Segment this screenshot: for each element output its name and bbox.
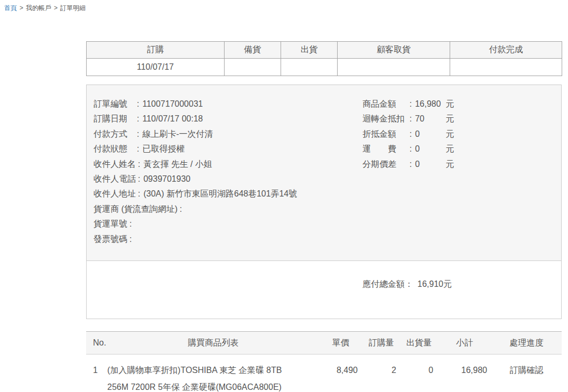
order-date-value: 110/07/17 00:18 [142,114,202,123]
order-info-panel: 訂單編號:1100717000031 訂購日期:110/07/17 00:18 … [86,85,562,319]
product-ship-qty: 0 [401,354,437,392]
recipient-name-value: 黃玄揮 先生 / 小姐 [143,160,212,169]
colon: : [409,160,412,169]
colon: : [137,129,139,138]
breadcrumb: 首頁>我的帳戶>訂單明細 [4,4,86,13]
product-name-text: (加入購物車享折扣)TOSHIBA 東芝 企業碟 8TB 256M 7200R … [107,362,300,392]
product-row: 1 (加入購物車享折扣)TOSHIBA 東芝 企業碟 8TB 256M 7200… [86,354,562,392]
status-header-customer-pickup: 顧客取貨 [338,42,450,59]
goods-amount-row: 商品金額:16,980元 [362,97,454,111]
order-number-row: 訂單編號:1100717000031 [94,97,561,111]
colon: : [137,114,139,123]
invoice-number-label: 發票號碼 [94,232,127,247]
payment-method-value: 線上刷卡-一次付清 [142,129,212,138]
status-ordered-date: 110/07/17 [87,59,225,76]
rebate-deduction-label: 迴轉金抵扣 [362,111,407,126]
discount-amount-row: 折抵金額:0元 [362,127,454,142]
order-date-row: 訂購日期:110/07/17 00:18 [94,111,561,126]
shipping-fee-row: 運 費:0元 [362,142,454,156]
currency-unit: 元 [445,99,454,108]
order-date-label: 訂購日期 [94,111,135,126]
status-customer-pickup-cell [338,59,450,76]
status-value-row: 110/07/17 [87,59,562,76]
product-table: No. 購買商品列表 單價 訂購量 出貨量 小計 處理進度 1 (加入購物車享折… [86,331,562,392]
breadcrumb-item-order-detail: 訂單明細 [60,4,86,12]
product-status: 訂購確認 [491,354,562,392]
breadcrumb-item-my-account: 我的帳戶 [26,4,51,12]
payment-method-row: 付款方式:線上刷卡-一次付清 [94,127,561,142]
colon: : [137,99,139,108]
status-header-shipped: 出貨 [281,42,338,59]
product-header-status: 處理進度 [491,332,562,354]
goods-amount-value: 16,980 [415,97,445,111]
installment-difference-row: 分期價差:0元 [362,157,454,172]
breadcrumb-separator: > [20,4,23,12]
colon: : [180,204,182,213]
installment-difference-label: 分期價差 [362,157,407,172]
carrier-label: 貨運商 (貨流查詢網址) [94,202,178,217]
colon: : [138,160,140,169]
status-header-ordered: 訂購 [87,42,225,59]
colon: : [409,114,412,123]
colon: : [138,189,140,198]
shipping-fee-label: 運 費 [362,142,407,156]
total-due-colon: ： [405,279,413,288]
product-header-row: No. 購買商品列表 單價 訂購量 出貨量 小計 處理進度 [86,332,562,354]
total-due-label: 應付總金額 [362,279,405,288]
invoice-number-row: 發票號碼: [94,232,561,247]
status-header-preparing: 備貨 [225,42,281,59]
order-number-label: 訂單編號 [94,97,135,111]
order-number-value: 1100717000031 [142,99,203,108]
rebate-deduction-row: 迴轉金抵扣:70元 [362,111,454,126]
product-header-unit-price: 單價 [319,332,362,354]
status-header-payment-complete: 付款完成 [450,42,562,59]
tracking-number-row: 貨運單號: [94,217,561,231]
order-info-right-column: 商品金額:16,980元 迴轉金抵扣:70元 折抵金額:0元 運 費:0元 分期… [362,97,454,172]
installment-difference-value: 0 [415,157,445,172]
goods-amount-label: 商品金額 [362,97,407,111]
recipient-address-value: (30A) 新竹市東區明湖路648巷101弄14號 [143,189,297,198]
colon: : [137,144,139,153]
tracking-number-label: 貨運單號 [94,217,127,231]
product-name: (加入購物車享折扣)TOSHIBA 東芝 企業碟 8TB 256M 7200R … [107,354,319,392]
colon: : [129,235,132,244]
recipient-name-label: 收件人姓名 [94,157,136,172]
product-unit-price: 8,490 [319,354,362,392]
currency-unit: 元 [445,129,454,138]
colon: : [138,174,140,183]
recipient-name-row: 收件人姓名:黃玄揮 先生 / 小姐 [94,157,561,172]
product-header-name: 購買商品列表 [107,332,319,354]
total-due-section: 應付總金額：16,910元 [87,261,561,319]
breadcrumb-home-link[interactable]: 首頁 [4,4,17,12]
recipient-address-row: 收件人地址:(30A) 新竹市東區明湖路648巷101弄14號 [94,186,561,201]
product-subtotal: 16,980 [437,354,491,392]
status-payment-complete-cell [450,59,562,76]
recipient-phone-value: 0939701930 [143,174,190,183]
total-due-value: 16,910元 [417,279,452,288]
order-info-left-column: 訂單編號:1100717000031 訂購日期:110/07/17 00:18 … [94,97,561,247]
order-info-main: 訂單編號:1100717000031 訂購日期:110/07/17 00:18 … [87,85,561,261]
shipping-fee-value: 0 [415,142,445,156]
product-header-ship-qty: 出貨量 [401,332,437,354]
colon: : [409,99,412,108]
rebate-deduction-value: 70 [415,111,445,126]
currency-unit: 元 [445,160,454,169]
currency-unit: 元 [445,144,454,153]
status-header-row: 訂購 備貨 出貨 顧客取貨 付款完成 [87,42,562,59]
payment-status-label: 付款狀態 [94,142,135,156]
product-header-order-qty: 訂購量 [362,332,401,354]
payment-method-label: 付款方式 [94,127,135,142]
status-shipped-cell [281,59,338,76]
colon: : [409,129,412,138]
order-status-table: 訂購 備貨 出貨 顧客取貨 付款完成 110/07/17 [86,41,562,76]
recipient-address-label: 收件人地址 [94,186,136,201]
recipient-phone-row: 收件人電話:0939701930 [94,172,561,186]
carrier-row: 貨運商 (貨流查詢網址): [94,202,561,217]
colon: : [409,144,412,153]
payment-status-value: 已取得授權 [142,144,184,153]
product-header-subtotal: 小計 [437,332,491,354]
recipient-phone-label: 收件人電話 [94,172,136,186]
currency-unit: 元 [445,114,454,123]
payment-status-row: 付款狀態:已取得授權 [94,142,561,156]
product-order-qty: 2 [362,354,401,392]
